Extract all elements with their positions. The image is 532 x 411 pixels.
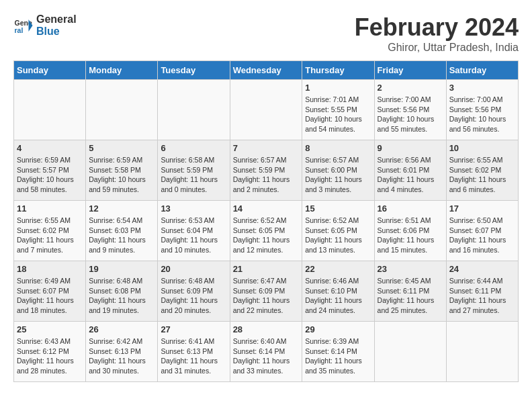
- day-cell: [158, 80, 230, 140]
- day-info: Sunrise: 6:55 AMSunset: 6:02 PMDaylight:…: [449, 155, 515, 195]
- day-cell: 28Sunrise: 6:40 AMSunset: 6:14 PMDayligh…: [230, 322, 302, 382]
- day-number: 23: [378, 264, 443, 274]
- header-cell-tuesday: Tuesday: [158, 61, 230, 80]
- day-info: Sunrise: 6:59 AMSunset: 5:58 PMDaylight:…: [89, 155, 154, 195]
- day-info: Sunrise: 6:41 AMSunset: 6:13 PMDaylight:…: [161, 336, 226, 376]
- day-number: 6: [161, 143, 226, 153]
- day-number: 2: [378, 83, 443, 93]
- day-info: Sunrise: 6:53 AMSunset: 6:04 PMDaylight:…: [161, 216, 226, 255]
- day-cell: 7Sunrise: 6:57 AMSunset: 5:59 PMDaylight…: [230, 140, 302, 201]
- day-cell: 12Sunrise: 6:54 AMSunset: 6:03 PMDayligh…: [86, 201, 158, 261]
- day-number: 25: [17, 324, 83, 334]
- week-row-1: 4Sunrise: 6:59 AMSunset: 5:57 PMDaylight…: [14, 140, 519, 201]
- calendar-body: 1Sunrise: 7:01 AMSunset: 5:55 PMDaylight…: [14, 80, 519, 382]
- day-number: 9: [378, 143, 443, 153]
- day-info: Sunrise: 6:46 AMSunset: 6:10 PMDaylight:…: [305, 276, 371, 316]
- day-number: 8: [305, 143, 371, 153]
- day-number: 27: [161, 324, 226, 334]
- week-row-4: 25Sunrise: 6:43 AMSunset: 6:12 PMDayligh…: [14, 322, 519, 382]
- header-cell-thursday: Thursday: [302, 61, 374, 80]
- day-number: 11: [17, 203, 83, 214]
- day-cell: 29Sunrise: 6:39 AMSunset: 6:14 PMDayligh…: [302, 322, 374, 382]
- day-cell: 5Sunrise: 6:59 AMSunset: 5:58 PMDaylight…: [86, 140, 158, 201]
- location-title: Ghiror, Uttar Pradesh, India: [355, 42, 519, 54]
- day-number: 17: [449, 203, 515, 214]
- week-row-3: 18Sunrise: 6:49 AMSunset: 6:07 PMDayligh…: [14, 261, 519, 322]
- day-number: 13: [161, 203, 226, 214]
- day-cell: 1Sunrise: 7:01 AMSunset: 5:55 PMDaylight…: [302, 80, 374, 140]
- day-cell: [374, 322, 446, 382]
- day-number: 16: [378, 203, 443, 214]
- calendar-header-row: SundayMondayTuesdayWednesdayThursdayFrid…: [14, 61, 519, 80]
- day-cell: [230, 80, 302, 140]
- day-info: Sunrise: 6:55 AMSunset: 6:02 PMDaylight:…: [17, 216, 83, 255]
- day-cell: 19Sunrise: 6:48 AMSunset: 6:08 PMDayligh…: [86, 261, 158, 322]
- day-cell: 4Sunrise: 6:59 AMSunset: 5:57 PMDaylight…: [14, 140, 86, 201]
- day-number: 10: [449, 143, 515, 153]
- day-info: Sunrise: 7:01 AMSunset: 5:55 PMDaylight:…: [305, 95, 371, 134]
- day-info: Sunrise: 6:59 AMSunset: 5:57 PMDaylight:…: [17, 155, 83, 195]
- day-cell: 26Sunrise: 6:42 AMSunset: 6:13 PMDayligh…: [86, 322, 158, 382]
- day-number: 26: [89, 324, 154, 334]
- logo: Gene ral General Blue: [13, 13, 77, 38]
- day-info: Sunrise: 6:54 AMSunset: 6:03 PMDaylight:…: [89, 216, 154, 255]
- day-number: 22: [305, 264, 371, 274]
- svg-text:ral: ral: [15, 26, 24, 34]
- day-cell: 13Sunrise: 6:53 AMSunset: 6:04 PMDayligh…: [158, 201, 230, 261]
- day-info: Sunrise: 6:40 AMSunset: 6:14 PMDaylight:…: [233, 336, 300, 376]
- day-cell: 6Sunrise: 6:58 AMSunset: 5:59 PMDaylight…: [158, 140, 230, 201]
- day-info: Sunrise: 6:57 AMSunset: 5:59 PMDaylight:…: [233, 155, 300, 195]
- header-cell-saturday: Saturday: [446, 61, 518, 80]
- day-cell: 22Sunrise: 6:46 AMSunset: 6:10 PMDayligh…: [302, 261, 374, 322]
- logo-icon: Gene ral: [13, 15, 34, 36]
- day-info: Sunrise: 7:00 AMSunset: 5:56 PMDaylight:…: [449, 95, 515, 134]
- day-cell: 3Sunrise: 7:00 AMSunset: 5:56 PMDaylight…: [446, 80, 518, 140]
- day-number: 19: [89, 264, 154, 274]
- day-cell: 8Sunrise: 6:57 AMSunset: 6:00 PMDaylight…: [302, 140, 374, 201]
- day-info: Sunrise: 6:57 AMSunset: 6:00 PMDaylight:…: [305, 155, 371, 195]
- day-cell: 20Sunrise: 6:48 AMSunset: 6:09 PMDayligh…: [158, 261, 230, 322]
- day-cell: 2Sunrise: 7:00 AMSunset: 5:56 PMDaylight…: [374, 80, 446, 140]
- day-info: Sunrise: 6:51 AMSunset: 6:06 PMDaylight:…: [378, 216, 443, 255]
- day-number: 24: [449, 264, 515, 274]
- day-number: 4: [17, 143, 83, 153]
- day-number: 5: [89, 143, 154, 153]
- day-info: Sunrise: 6:39 AMSunset: 6:14 PMDaylight:…: [305, 336, 371, 376]
- day-info: Sunrise: 6:52 AMSunset: 6:05 PMDaylight:…: [233, 216, 300, 255]
- day-info: Sunrise: 6:56 AMSunset: 6:01 PMDaylight:…: [378, 155, 443, 195]
- day-info: Sunrise: 6:44 AMSunset: 6:11 PMDaylight:…: [449, 276, 515, 316]
- day-number: 28: [233, 324, 300, 334]
- day-cell: 16Sunrise: 6:51 AMSunset: 6:06 PMDayligh…: [374, 201, 446, 261]
- day-cell: 11Sunrise: 6:55 AMSunset: 6:02 PMDayligh…: [14, 201, 86, 261]
- day-info: Sunrise: 6:52 AMSunset: 6:05 PMDaylight:…: [305, 216, 371, 255]
- day-info: Sunrise: 6:47 AMSunset: 6:09 PMDaylight:…: [233, 276, 300, 316]
- calendar-table: SundayMondayTuesdayWednesdayThursdayFrid…: [13, 60, 519, 382]
- header-cell-monday: Monday: [86, 61, 158, 80]
- week-row-2: 11Sunrise: 6:55 AMSunset: 6:02 PMDayligh…: [14, 201, 519, 261]
- month-title: February 2024: [355, 13, 519, 42]
- day-info: Sunrise: 6:58 AMSunset: 5:59 PMDaylight:…: [161, 155, 226, 195]
- header-cell-sunday: Sunday: [14, 61, 86, 80]
- day-info: Sunrise: 6:48 AMSunset: 6:09 PMDaylight:…: [161, 276, 226, 316]
- day-info: Sunrise: 6:42 AMSunset: 6:13 PMDaylight:…: [89, 336, 154, 376]
- day-cell: 17Sunrise: 6:50 AMSunset: 6:07 PMDayligh…: [446, 201, 518, 261]
- day-number: 12: [89, 203, 154, 214]
- logo-line2: Blue: [36, 26, 77, 38]
- day-cell: 24Sunrise: 6:44 AMSunset: 6:11 PMDayligh…: [446, 261, 518, 322]
- day-info: Sunrise: 6:50 AMSunset: 6:07 PMDaylight:…: [449, 216, 515, 255]
- day-number: 3: [449, 83, 515, 93]
- week-row-0: 1Sunrise: 7:01 AMSunset: 5:55 PMDaylight…: [14, 80, 519, 140]
- day-cell: 15Sunrise: 6:52 AMSunset: 6:05 PMDayligh…: [302, 201, 374, 261]
- day-info: Sunrise: 7:00 AMSunset: 5:56 PMDaylight:…: [378, 95, 443, 134]
- title-area: February 2024 Ghiror, Uttar Pradesh, Ind…: [355, 13, 519, 54]
- day-number: 1: [305, 83, 371, 93]
- day-cell: [446, 322, 518, 382]
- day-cell: [86, 80, 158, 140]
- day-cell: 27Sunrise: 6:41 AMSunset: 6:13 PMDayligh…: [158, 322, 230, 382]
- day-number: 21: [233, 264, 300, 274]
- logo-line1: General: [36, 13, 77, 26]
- day-cell: 14Sunrise: 6:52 AMSunset: 6:05 PMDayligh…: [230, 201, 302, 261]
- day-cell: 21Sunrise: 6:47 AMSunset: 6:09 PMDayligh…: [230, 261, 302, 322]
- day-cell: [14, 80, 86, 140]
- day-number: 29: [305, 324, 371, 334]
